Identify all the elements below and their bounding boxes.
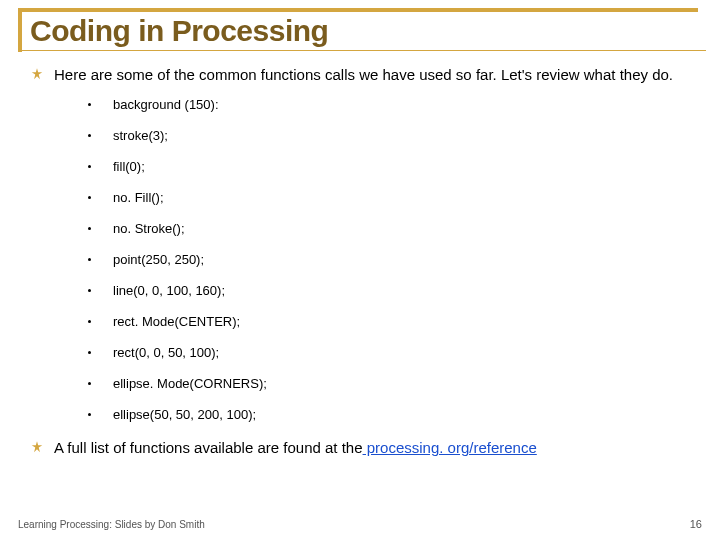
function-list: background (150):stroke(3);fill(0);no. F… [30,95,690,422]
closing-text: A full list of functions available are f… [54,438,537,458]
function-text: line(0, 0, 100, 160); [113,283,225,298]
closing-prefix: A full list of functions available are f… [54,439,363,456]
bullet-dot-icon [88,196,91,199]
intro-bullet: Here are some of the common functions ca… [30,65,690,85]
function-text: stroke(3); [113,128,168,143]
list-item: ellipse. Mode(CORNERS); [88,376,690,391]
list-item: no. Fill(); [88,190,690,205]
function-text: fill(0); [113,159,145,174]
function-text: point(250, 250); [113,252,204,267]
bullet-dot-icon [88,103,91,106]
list-item: no. Stroke(); [88,221,690,236]
bullet-dot-icon [88,289,91,292]
list-item: stroke(3); [88,128,690,143]
list-item: rect. Mode(CENTER); [88,314,690,329]
list-item: background (150): [88,97,690,112]
list-item: ellipse(50, 50, 200, 100); [88,407,690,422]
footer: Learning Processing: Slides by Don Smith… [18,518,702,530]
bullet-dot-icon [88,413,91,416]
slide-title: Coding in Processing [30,14,698,48]
star-icon [30,440,44,458]
function-text: ellipse(50, 50, 200, 100); [113,407,256,422]
list-item: point(250, 250); [88,252,690,267]
intro-text: Here are some of the common functions ca… [54,65,673,85]
bullet-dot-icon [88,382,91,385]
bullet-dot-icon [88,351,91,354]
function-text: no. Fill(); [113,190,164,205]
function-text: no. Stroke(); [113,221,185,236]
bullet-dot-icon [88,227,91,230]
star-icon [30,67,44,85]
function-text: rect(0, 0, 50, 100); [113,345,219,360]
bullet-dot-icon [88,258,91,261]
list-item: fill(0); [88,159,690,174]
closing-bullet: A full list of functions available are f… [30,438,690,458]
list-item: line(0, 0, 100, 160); [88,283,690,298]
bullet-dot-icon [88,134,91,137]
bullet-dot-icon [88,320,91,323]
reference-link[interactable]: processing. org/reference [363,439,537,456]
footer-text: Learning Processing: Slides by Don Smith [18,519,205,530]
content-area: Here are some of the common functions ca… [0,51,720,458]
function-text: rect. Mode(CENTER); [113,314,240,329]
page-number: 16 [690,518,702,530]
function-text: background (150): [113,97,219,112]
bullet-dot-icon [88,165,91,168]
function-text: ellipse. Mode(CORNERS); [113,376,267,391]
list-item: rect(0, 0, 50, 100); [88,345,690,360]
